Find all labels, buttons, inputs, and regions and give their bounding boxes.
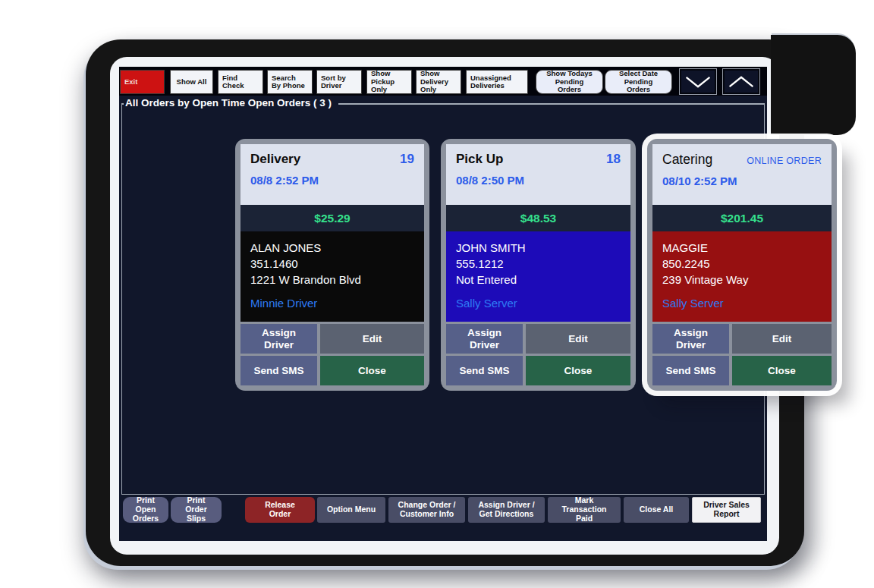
customer-name: MAGGIE bbox=[662, 240, 822, 256]
pos-screen: Exit Show All Find Check Search By Phone… bbox=[119, 67, 767, 541]
driver-sales-report-button[interactable]: Driver Sales Report bbox=[692, 497, 761, 523]
order-customer-info: ALAN JONES 351.1460 1221 W Brandon Blvd … bbox=[241, 231, 424, 322]
print-order-slips-button[interactable]: Print Order Slips bbox=[171, 497, 222, 523]
send-sms-button[interactable]: Send SMS bbox=[241, 356, 317, 385]
card-button-row: Send SMS Close bbox=[652, 356, 832, 385]
select-date-pending-orders-button[interactable]: Select Date Pending Orders bbox=[605, 70, 672, 94]
show-pickup-only-button[interactable]: Show Pickup Only bbox=[366, 70, 412, 94]
order-datetime: 08/8 2:50 PM bbox=[456, 174, 621, 187]
assign-driver-button[interactable]: Assign Driver bbox=[241, 324, 317, 354]
search-by-phone-button[interactable]: Search By Phone bbox=[267, 70, 313, 94]
send-sms-button[interactable]: Send SMS bbox=[446, 356, 523, 385]
print-open-orders-button[interactable]: Print Open Orders bbox=[123, 497, 168, 523]
find-check-button[interactable]: Find Check bbox=[218, 70, 263, 94]
edit-button[interactable]: Edit bbox=[732, 324, 832, 354]
edit-button[interactable]: Edit bbox=[320, 324, 424, 354]
customer-address: 1221 W Brandon Blvd bbox=[250, 272, 414, 288]
customer-address: 239 Vintage Way bbox=[662, 272, 822, 288]
close-order-button[interactable]: Close bbox=[526, 356, 630, 385]
customer-phone: 555.1212 bbox=[456, 256, 621, 272]
scroll-down-button[interactable] bbox=[679, 68, 717, 95]
assign-driver-button[interactable]: Assign Driver bbox=[652, 324, 729, 354]
order-total: $201.45 bbox=[652, 205, 832, 231]
change-order-customer-info-button[interactable]: Change Order / Customer Info bbox=[388, 497, 465, 523]
option-menu-button[interactable]: Option Menu bbox=[317, 497, 385, 523]
assigned-driver: Minnie Driver bbox=[250, 295, 414, 311]
edit-button[interactable]: Edit bbox=[526, 324, 630, 354]
order-customer-info: MAGGIE 850.2245 239 Vintage Way Sally Se… bbox=[652, 231, 832, 322]
order-type-label: Delivery bbox=[250, 152, 300, 167]
close-all-button[interactable]: Close All bbox=[624, 497, 689, 523]
order-datetime: 08/8 2:52 PM bbox=[250, 174, 414, 187]
bottom-toolbar: Print Open Orders Print Order Slips Rele… bbox=[119, 497, 767, 523]
page-title: All Orders by Open Time Open Orders ( 3 … bbox=[124, 97, 338, 108]
show-todays-pending-orders-button[interactable]: Show Todays Pending Orders bbox=[536, 70, 603, 94]
assigned-server: Sally Server bbox=[456, 295, 621, 311]
release-order-button[interactable]: Release Order bbox=[245, 497, 315, 523]
card-button-row: Assign Driver Edit bbox=[446, 324, 630, 354]
popout-card-backdrop bbox=[771, 35, 856, 135]
card-button-row: Send SMS Close bbox=[446, 356, 630, 385]
order-card-header: Catering ONLINE ORDER 08/10 2:52 PM bbox=[652, 144, 832, 205]
online-order-badge: ONLINE ORDER bbox=[747, 156, 822, 166]
card-button-row: Assign Driver Edit bbox=[241, 324, 424, 354]
card-button-row: Assign Driver Edit bbox=[652, 324, 832, 354]
order-number: 18 bbox=[606, 152, 621, 167]
order-type-label: Catering bbox=[662, 152, 712, 168]
order-card-pickup: Pick Up 18 08/8 2:50 PM $48.53 JOHN SMIT… bbox=[441, 139, 636, 391]
exit-button[interactable]: Exit bbox=[120, 70, 165, 94]
order-datetime: 08/10 2:52 PM bbox=[662, 175, 822, 187]
scroll-up-button[interactable] bbox=[722, 68, 760, 95]
order-total: $25.29 bbox=[241, 205, 424, 231]
send-sms-button[interactable]: Send SMS bbox=[652, 356, 729, 385]
close-order-button[interactable]: Close bbox=[732, 356, 832, 385]
show-all-button[interactable]: Show All bbox=[170, 70, 213, 94]
order-total: $48.53 bbox=[446, 205, 630, 231]
top-toolbar: Exit Show All Find Check Search By Phone… bbox=[119, 67, 767, 96]
page: Exit Show All Find Check Search By Phone… bbox=[0, 0, 874, 588]
order-card-header: Pick Up 18 08/8 2:50 PM bbox=[446, 144, 630, 205]
show-delivery-only-button[interactable]: Show Delivery Only bbox=[416, 70, 461, 94]
order-card-catering: Catering ONLINE ORDER 08/10 2:52 PM $201… bbox=[647, 139, 837, 391]
assign-driver-get-directions-button[interactable]: Assign Driver / Get Directions bbox=[468, 497, 545, 523]
customer-name: JOHN SMITH bbox=[456, 240, 621, 256]
order-card-header: Delivery 19 08/8 2:52 PM bbox=[241, 144, 424, 205]
assign-driver-button[interactable]: Assign Driver bbox=[446, 324, 523, 354]
chevron-down-icon bbox=[684, 74, 712, 90]
order-card-delivery: Delivery 19 08/8 2:52 PM $25.29 ALAN JON… bbox=[235, 139, 429, 391]
close-order-button[interactable]: Close bbox=[320, 356, 424, 385]
customer-phone: 351.1460 bbox=[250, 256, 414, 272]
sort-by-driver-button[interactable]: Sort by Driver bbox=[316, 70, 362, 94]
order-number: 19 bbox=[400, 152, 414, 167]
mark-transaction-paid-button[interactable]: Mark Transaction Paid bbox=[548, 497, 621, 523]
assigned-server: Sally Server bbox=[662, 295, 822, 311]
chevron-up-icon bbox=[727, 74, 756, 90]
unassigned-deliveries-button[interactable]: Unassigned Deliveries bbox=[466, 70, 528, 94]
customer-phone: 850.2245 bbox=[662, 256, 822, 272]
order-customer-info: JOHN SMITH 555.1212 Not Entered Sally Se… bbox=[446, 231, 630, 322]
card-button-row: Send SMS Close bbox=[241, 356, 424, 385]
customer-address: Not Entered bbox=[456, 272, 621, 288]
customer-name: ALAN JONES bbox=[250, 240, 414, 256]
order-type-label: Pick Up bbox=[456, 152, 503, 167]
